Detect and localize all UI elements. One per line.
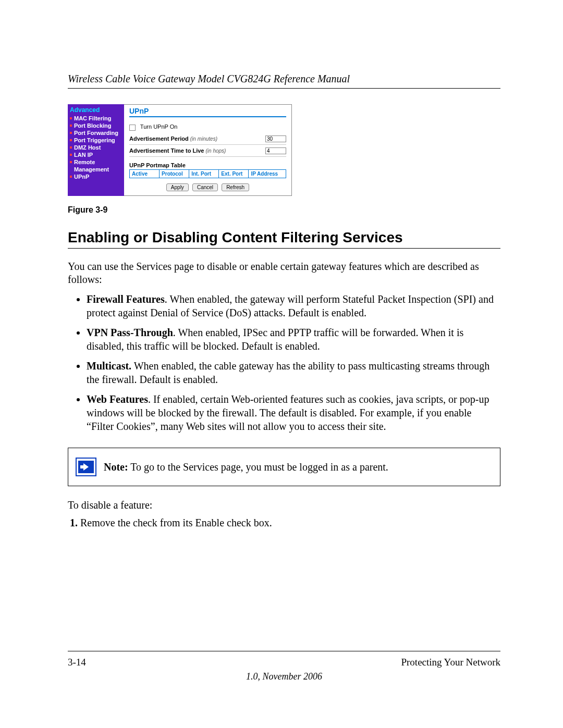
version-date: 1.0, November 2006: [68, 671, 500, 682]
bullet-vpn: VPN Pass-Through. When enabled, IPSec an…: [87, 326, 500, 353]
ad-period-unit: (in minutes): [190, 136, 217, 142]
figure-caption: Figure 3-9: [68, 205, 500, 215]
footer-rule: [68, 651, 500, 651]
turn-upnp-on-label: Turn UPnP On: [140, 124, 178, 130]
pane-rule: [129, 116, 286, 117]
note-text: Note: To go to the Services page, you mu…: [104, 461, 388, 473]
term-vpn: VPN Pass-Through: [87, 327, 173, 338]
ad-ttl-input[interactable]: 4: [265, 147, 286, 154]
bullet-web: Web Features. If enabled, certain Web-or…: [87, 392, 500, 433]
section-heading: Enabling or Disabling Content Filtering …: [68, 229, 500, 246]
portmap-col-ext-port: Ext. Port: [219, 170, 249, 178]
term-web: Web Features: [87, 393, 148, 405]
footer: 3-14 Protecting Your Network 1.0, Novemb…: [68, 649, 500, 682]
text-multicast: When enabled, the cable gateway has the …: [87, 360, 489, 385]
sidebar-item-port-forwarding[interactable]: Port Forwarding: [70, 129, 122, 137]
refresh-button[interactable]: Refresh: [222, 183, 249, 191]
sidebar-item-mac-filtering[interactable]: MAC Filtering: [70, 115, 122, 122]
step-1: Remove the check from its Enable check b…: [80, 517, 500, 529]
apply-button[interactable]: Apply: [166, 183, 189, 191]
portmap-col-int-port: Int. Port: [189, 170, 219, 178]
header-rule: [68, 88, 500, 89]
turn-upnp-on-checkbox[interactable]: [129, 125, 136, 131]
sidebar-item-remote-management[interactable]: Remote Management: [70, 158, 122, 173]
section-rule: [68, 248, 500, 249]
intro-paragraph: You can use the Services page to disable…: [68, 260, 500, 286]
term-multicast: Multicast.: [87, 360, 131, 372]
cancel-button[interactable]: Cancel: [192, 183, 218, 191]
page-number: 3-14: [68, 657, 86, 668]
sidebar-item-lan-ip[interactable]: LAN IP: [70, 151, 122, 158]
figure-content: UPnP Turn UPnP On Advertisement Period (…: [124, 104, 292, 196]
note-body: To go to the Services page, you must be …: [128, 461, 388, 473]
portmap-col-ip-address: IP Address: [249, 170, 286, 178]
portmap-col-protocol: Protocol: [160, 170, 189, 178]
row-ad-ttl: Advertisement Time to Live (in hops) 4: [129, 145, 286, 157]
row-turn-upnp-on: Turn UPnP On: [129, 121, 286, 133]
ad-period-input[interactable]: 30: [265, 135, 286, 142]
sidebar-item-port-blocking[interactable]: Port Blocking: [70, 122, 122, 129]
figure-upnp: Advanced MAC Filtering Port Blocking Por…: [68, 104, 292, 196]
ad-period-label: Advertisement Period: [129, 135, 189, 142]
portmap-table: Active Protocol Int. Port Ext. Port IP A…: [129, 169, 286, 178]
sidebar-item-upnp[interactable]: UPnP: [70, 173, 122, 180]
post-note-line: To disable a feature:: [68, 499, 500, 512]
term-firewall: Firewall Features: [87, 293, 165, 305]
bullet-multicast: Multicast. When enabled, the cable gatew…: [87, 359, 500, 386]
feature-bullets: Firewall Features. When enabled, the gat…: [68, 292, 500, 433]
row-ad-period: Advertisement Period (in minutes) 30: [129, 133, 286, 145]
sidebar-item-dmz-host[interactable]: DMZ Host: [70, 144, 122, 151]
sidebar-item-port-triggering[interactable]: Port Triggering: [70, 137, 122, 144]
portmap-col-active: Active: [130, 170, 160, 178]
chapter-name: Protecting Your Network: [401, 657, 500, 668]
doc-title: Wireless Cable Voice Gateway Model CVG82…: [68, 73, 500, 85]
note-label: Note:: [104, 461, 128, 473]
steps-list: Remove the check from its Enable check b…: [68, 517, 500, 529]
figure-sidebar: Advanced MAC Filtering Port Blocking Por…: [68, 104, 124, 196]
note-arrow-icon: [76, 458, 96, 476]
bullet-firewall: Firewall Features. When enabled, the gat…: [87, 292, 500, 319]
note-box: Note: To go to the Services page, you mu…: [68, 448, 500, 486]
ad-ttl-unit: (in hops): [206, 148, 226, 154]
pane-title: UPnP: [129, 107, 286, 115]
ad-ttl-label: Advertisement Time to Live: [129, 147, 204, 154]
sidebar-heading: Advanced: [70, 105, 122, 115]
button-row: Apply Cancel Refresh: [129, 183, 286, 191]
portmap-label: UPnP Portmap Table: [129, 162, 286, 168]
